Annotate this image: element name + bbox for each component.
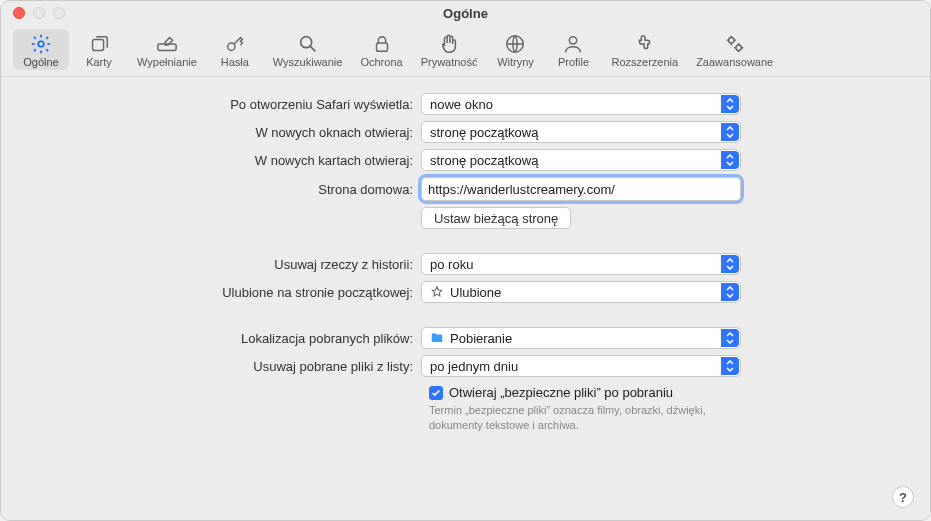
lock-icon <box>371 33 393 55</box>
toolbar: Ogólne Karty Wypełnianie Hasła Wyszukiwa… <box>1 25 930 77</box>
button-label: Ustaw bieżącą stronę <box>434 211 558 226</box>
tab-security[interactable]: Ochrona <box>352 29 410 70</box>
svg-rect-5 <box>376 43 387 51</box>
tab-label: Ogólne <box>23 56 58 68</box>
tab-label: Wypełnianie <box>137 56 197 68</box>
help-button[interactable]: ? <box>892 486 914 508</box>
svg-point-7 <box>570 37 577 44</box>
tab-label: Karty <box>86 56 112 68</box>
label-new-tabs: W nowych kartach otwieraj: <box>41 153 421 168</box>
select-value: Pobieranie <box>450 331 512 346</box>
tab-search[interactable]: Wyszukiwanie <box>265 29 351 70</box>
chevron-updown-icon <box>721 357 739 375</box>
pencil-field-icon <box>156 33 178 55</box>
select-downloads-location[interactable]: Pobieranie <box>421 327 741 349</box>
select-remove-history[interactable]: po roku <box>421 253 741 275</box>
preferences-window: Ogólne Ogólne Karty Wypełnianie Hasła <box>0 0 931 521</box>
tab-general[interactable]: Ogólne <box>13 29 69 70</box>
open-safe-files-checkbox[interactable] <box>429 386 443 400</box>
gears-icon <box>724 33 746 55</box>
tab-label: Witryny <box>497 56 534 68</box>
open-safe-files-description: Termin „bezpieczne pliki” oznacza filmy,… <box>429 403 749 433</box>
tab-websites[interactable]: Witryny <box>487 29 543 70</box>
globe-icon <box>504 33 526 55</box>
person-icon <box>562 33 584 55</box>
set-homepage-button[interactable]: Ustaw bieżącą stronę <box>421 207 571 229</box>
folder-icon <box>430 331 444 345</box>
label-remove-history: Usuwaj rzeczy z historii: <box>41 257 421 272</box>
tab-label: Hasła <box>221 56 249 68</box>
tab-tabs[interactable]: Karty <box>71 29 127 70</box>
tab-privacy[interactable]: Prywatność <box>413 29 486 70</box>
select-value: stronę początkową <box>430 153 538 168</box>
select-on-open[interactable]: nowe okno <box>421 93 741 115</box>
close-button[interactable] <box>13 7 25 19</box>
svg-point-0 <box>38 41 44 47</box>
titlebar: Ogólne <box>1 1 930 25</box>
minimize-button[interactable] <box>33 7 45 19</box>
key-icon <box>224 33 246 55</box>
traffic-lights <box>9 7 65 19</box>
label-on-open: Po otworzeniu Safari wyświetla: <box>41 97 421 112</box>
label-favorites-start: Ulubione na stronie początkowej: <box>41 285 421 300</box>
tab-label: Wyszukiwanie <box>273 56 343 68</box>
star-icon <box>430 285 444 299</box>
tab-extensions[interactable]: Rozszerzenia <box>603 29 686 70</box>
select-value: po roku <box>430 257 473 272</box>
svg-point-8 <box>728 38 734 44</box>
select-new-tabs[interactable]: stronę początkową <box>421 149 741 171</box>
label-remove-downloads: Usuwaj pobrane pliki z listy: <box>41 359 421 374</box>
tab-label: Prywatność <box>421 56 478 68</box>
tab-label: Ochrona <box>360 56 402 68</box>
chevron-updown-icon <box>721 255 739 273</box>
tab-profiles[interactable]: Profile <box>545 29 601 70</box>
label-homepage: Strona domowa: <box>41 182 421 197</box>
puzzle-icon <box>634 33 656 55</box>
tabs-icon <box>88 33 110 55</box>
tab-passwords[interactable]: Hasła <box>207 29 263 70</box>
tab-label: Profile <box>558 56 589 68</box>
content-area: Po otworzeniu Safari wyświetla: nowe okn… <box>1 77 930 520</box>
search-icon <box>297 33 319 55</box>
maximize-button[interactable] <box>53 7 65 19</box>
select-value: stronę początkową <box>430 125 538 140</box>
tab-label: Rozszerzenia <box>611 56 678 68</box>
chevron-updown-icon <box>721 123 739 141</box>
help-icon: ? <box>899 490 907 505</box>
homepage-input[interactable] <box>421 177 741 201</box>
svg-rect-1 <box>93 39 104 50</box>
gear-icon <box>30 33 52 55</box>
select-remove-downloads[interactable]: po jednym dniu <box>421 355 741 377</box>
select-new-windows[interactable]: stronę początkową <box>421 121 741 143</box>
chevron-updown-icon <box>721 95 739 113</box>
hand-icon <box>438 33 460 55</box>
open-safe-files-label: Otwieraj „bezpieczne pliki” po pobraniu <box>449 385 673 400</box>
svg-point-9 <box>736 45 742 50</box>
tab-autofill[interactable]: Wypełnianie <box>129 29 205 70</box>
chevron-updown-icon <box>721 329 739 347</box>
select-favorites-start[interactable]: Ulubione <box>421 281 741 303</box>
select-value: nowe okno <box>430 97 493 112</box>
select-value: Ulubione <box>450 285 501 300</box>
tab-label: Zaawansowane <box>696 56 773 68</box>
svg-point-3 <box>227 43 234 50</box>
chevron-updown-icon <box>721 283 739 301</box>
label-new-windows: W nowych oknach otwieraj: <box>41 125 421 140</box>
label-downloads-location: Lokalizacja pobranych plików: <box>41 331 421 346</box>
window-title: Ogólne <box>1 6 930 21</box>
svg-point-4 <box>300 37 311 48</box>
select-value: po jednym dniu <box>430 359 518 374</box>
chevron-updown-icon <box>721 151 739 169</box>
tab-advanced[interactable]: Zaawansowane <box>688 29 781 70</box>
